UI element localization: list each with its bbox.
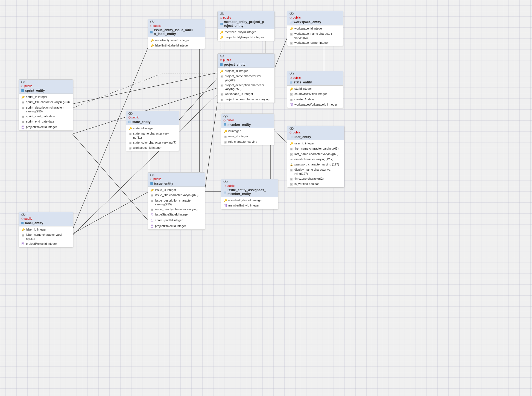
member-project-header: public member_entity_project_p roject_en…	[218, 11, 274, 29]
fk-icon	[21, 242, 25, 246]
svg-point-32	[225, 116, 226, 117]
svg-point-20	[23, 214, 24, 215]
schema-label: public	[220, 58, 272, 62]
issue-labels-junction-card: public issue_entity_issue_label s_label_…	[148, 19, 205, 49]
pk-icon	[150, 39, 154, 42]
workspace-entity-card: public workspace_entity workspace_id int…	[287, 11, 343, 46]
field-workspace-owner: workspace_owner integer	[287, 40, 343, 45]
sprint-entity-fields: sprint_id integer sprint_title character…	[19, 94, 73, 130]
eye-icon	[128, 112, 133, 115]
project-entity-fields: project_id integer project_name characte…	[218, 68, 274, 103]
svg-point-36	[291, 13, 292, 14]
table-icon	[21, 221, 24, 225]
field-state-name: state_name character varyi ng(31)	[126, 131, 179, 140]
issue-assignees-card: public issue_entity_assignees_ member_en…	[221, 179, 278, 209]
eye-icon	[150, 21, 154, 23]
eye-icon	[223, 180, 228, 183]
entity-name: member_entity	[223, 123, 272, 127]
col-icon	[21, 115, 25, 118]
field-issue-entity-id: issueEntityIssueId integer	[148, 38, 205, 43]
field-label-project-fk: projectProjectId integer	[19, 241, 73, 247]
col-icon	[290, 182, 293, 186]
pk-icon	[150, 44, 154, 48]
field-project-id: project_id integer	[218, 68, 274, 74]
member-project-junction-card: public member_entity_project_p roject_en…	[217, 11, 275, 41]
member-entity-header: public member_entity	[221, 114, 274, 128]
entity-name: issue_entity	[150, 181, 203, 185]
field-issue-title: issue_title character varyin g(63)	[148, 193, 205, 198]
user-entity-card: public user_entity user_id integer first…	[287, 126, 344, 188]
sprint-entity-card: public sprint_entity sprint_id integer s…	[19, 79, 73, 131]
pk-icon	[128, 127, 132, 130]
lock-icon	[290, 163, 293, 167]
svg-point-26	[152, 174, 153, 176]
field-sprint-id: sprint_id integer	[19, 94, 73, 100]
field-issue-desc: issue_description character varying(255)	[148, 198, 205, 207]
user-entity-header: public user_entity	[287, 126, 344, 140]
schema-label: public	[21, 84, 71, 88]
field-sprint-project-fk: projectProjectId integer	[19, 124, 73, 130]
svg-line-11	[72, 72, 219, 104]
field-display-name: display_name character va rying(127)	[287, 167, 344, 176]
eye-icon	[223, 115, 228, 118]
pk-icon	[220, 36, 224, 39]
field-issue-sprint-fk: sprintSprintId integer	[148, 218, 205, 223]
issue-entity-card: public issue_entity issue_id integer iss…	[148, 172, 205, 230]
field-stat-id: statId integer	[287, 86, 343, 91]
col-icon	[21, 233, 25, 237]
issue-labels-header: public issue_entity_issue_label s_label_…	[148, 19, 205, 37]
visibility-row	[220, 55, 272, 57]
visibility-row	[290, 127, 342, 130]
field-project-workspace: workspace_id integer	[218, 91, 274, 97]
visibility-row	[223, 115, 272, 118]
svg-point-28	[221, 13, 223, 14]
svg-point-40	[291, 128, 292, 129]
field-label-name: label_name character varyi ng(31)	[19, 232, 73, 241]
pk-icon	[290, 142, 293, 145]
schema-label: public	[290, 76, 341, 80]
entity-name: user_entity	[290, 135, 342, 139]
eye-icon	[150, 174, 154, 176]
eye-icon	[290, 12, 294, 15]
field-last-name: last_name character varyin g(63)	[287, 152, 344, 157]
pk-icon	[21, 228, 25, 232]
field-project-name: project_name character var ying(63)	[218, 74, 274, 83]
pk-icon	[290, 87, 293, 91]
field-issue-state-fk: issueStateStateId integer	[148, 212, 205, 218]
col-icon	[21, 120, 25, 124]
svg-line-12	[175, 77, 219, 124]
schema-label: public	[290, 16, 341, 19]
workspace-entity-header: public workspace_entity	[287, 11, 343, 25]
pk-icon	[21, 95, 25, 99]
schema-label: public	[150, 177, 203, 181]
table-icon	[220, 62, 223, 66]
schema-label: public	[128, 115, 177, 119]
field-workspace-id: workspace_id integer	[287, 26, 343, 31]
field-assignee-member-fk: memberEntityId integer	[221, 203, 278, 209]
table-icon	[128, 120, 131, 124]
col-icon	[150, 199, 154, 203]
schema-label: public	[223, 184, 276, 188]
col-icon	[290, 32, 293, 36]
schema-label: public	[220, 16, 272, 19]
col-icon	[223, 140, 227, 144]
table-icon	[150, 30, 153, 34]
state-entity-fields: state_id integer state_name character va…	[126, 125, 179, 151]
col-icon	[220, 83, 224, 87]
fk-icon	[150, 219, 154, 223]
field-sprint-desc: sprint_description characte r varying(25…	[19, 105, 73, 114]
member-entity-fields: id integer user_id integer role characte…	[221, 128, 274, 145]
schema-label: public	[290, 130, 342, 134]
table-icon	[290, 80, 293, 84]
workspace-entity-fields: workspace_id integer workspace_name char…	[287, 25, 343, 46]
entity-name: stats_entity	[290, 80, 341, 84]
col-icon	[21, 106, 25, 110]
field-sprint-title: sprint_title character varyin g(63)	[19, 100, 73, 105]
visibility-row	[290, 72, 341, 75]
issue-assignees-header: public issue_entity_assignees_ member_en…	[221, 179, 278, 197]
pk-icon	[150, 188, 154, 192]
field-label-entity-id: labelEntityLabelId integer	[148, 43, 205, 48]
col-icon	[220, 98, 224, 101]
member-project-fields: memberEntityId integer projectEntityProj…	[218, 29, 274, 41]
field-assignee-issue-id: issueEntityIssueId integer	[221, 198, 278, 203]
